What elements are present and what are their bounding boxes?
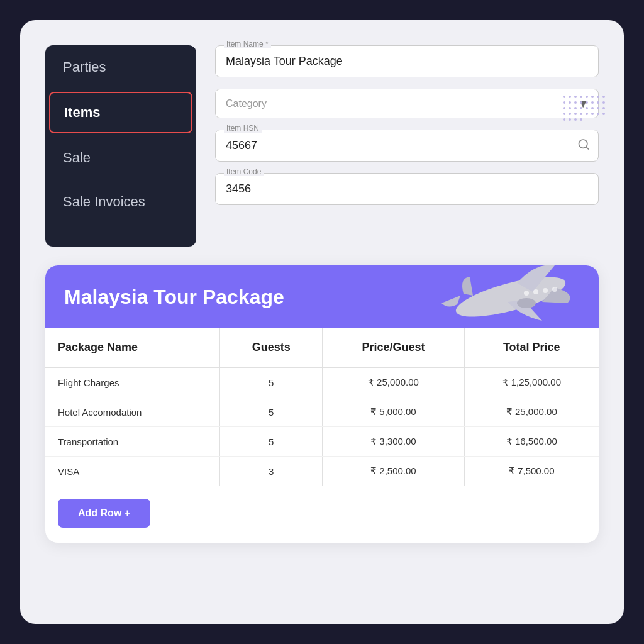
svg-point-7: [517, 298, 536, 308]
sidebar-item-sale-invoices[interactable]: Sale Invoices: [45, 180, 196, 224]
bottom-card: Malaysia Tour Package: [45, 265, 599, 543]
svg-point-4: [543, 288, 548, 293]
cell-guests: 3: [220, 457, 323, 486]
table-row: Flight Charges 5 ₹ 25,000.00 ₹ 1,25,000.…: [45, 367, 599, 397]
cell-price-guest: ₹ 25,000.00: [323, 367, 464, 397]
card-title: Malaysia Tour Package: [64, 286, 284, 309]
cell-package-name: Transportation: [45, 427, 220, 457]
cell-total-price: ₹ 7,500.00: [464, 457, 599, 486]
item-hsn-input[interactable]: [215, 130, 599, 162]
col-guests: Guests: [220, 328, 323, 367]
item-hsn-label: Item HSN: [224, 124, 262, 133]
app-container: Parties Items Sale Sale Invoices Item Na…: [20, 20, 624, 624]
hsn-wrapper: [215, 130, 599, 162]
sidebar-item-items[interactable]: Items: [49, 92, 192, 133]
table-row: Transportation 5 ₹ 3,300.00 ₹ 16,500.00: [45, 427, 599, 457]
cell-price-guest: ₹ 2,500.00: [323, 457, 464, 486]
item-name-label: Item Name *: [224, 40, 271, 48]
add-row-button[interactable]: Add Row +: [58, 499, 150, 528]
item-hsn-field: Item HSN: [215, 130, 599, 162]
svg-point-5: [552, 287, 557, 292]
cell-guests: 5: [220, 367, 323, 397]
cell-price-guest: ₹ 3,300.00: [323, 427, 464, 457]
item-code-label: Item Code: [224, 167, 264, 176]
search-icon: [577, 138, 590, 150]
cell-package-name: Flight Charges: [45, 367, 220, 397]
item-code-field: Item Code: [215, 173, 599, 205]
svg-point-3: [533, 289, 538, 294]
card-header: Malaysia Tour Package: [45, 265, 599, 328]
item-name-field: Item Name *: [215, 45, 599, 77]
category-select[interactable]: Category: [215, 89, 599, 118]
col-package-name: Package Name: [45, 328, 220, 367]
cell-package-name: Hotel Accomodation: [45, 397, 220, 427]
sidebar-item-sale[interactable]: Sale: [45, 136, 196, 180]
item-name-input[interactable]: [215, 45, 599, 77]
table-row: Hotel Accomodation 5 ₹ 5,000.00 ₹ 25,000…: [45, 397, 599, 427]
sidebar: Parties Items Sale Sale Invoices: [45, 45, 196, 247]
cell-total-price: ₹ 25,000.00: [464, 397, 599, 427]
svg-point-6: [524, 291, 529, 296]
form-area: Item Name * Category ▼ Item HSN: [215, 45, 599, 247]
category-select-wrapper: Category ▼: [215, 89, 599, 118]
cell-package-name: VISA: [45, 457, 220, 486]
svg-line-1: [586, 147, 589, 149]
table-row: VISA 3 ₹ 2,500.00 ₹ 7,500.00: [45, 457, 599, 486]
airplane-icon: [410, 265, 574, 337]
cell-price-guest: ₹ 5,000.00: [323, 397, 464, 427]
top-section: Parties Items Sale Sale Invoices Item Na…: [45, 45, 599, 247]
dot-pattern-top-right: [563, 96, 605, 121]
item-code-input[interactable]: [215, 173, 599, 205]
sidebar-item-parties[interactable]: Parties: [45, 45, 196, 89]
cell-guests: 5: [220, 397, 323, 427]
cell-guests: 5: [220, 427, 323, 457]
package-table: Package Name Guests Price/Guest Total Pr…: [45, 328, 599, 486]
cell-total-price: ₹ 1,25,000.00: [464, 367, 599, 397]
category-field: Category ▼: [215, 89, 599, 118]
cell-total-price: ₹ 16,500.00: [464, 427, 599, 457]
search-icon-button[interactable]: [577, 138, 590, 153]
